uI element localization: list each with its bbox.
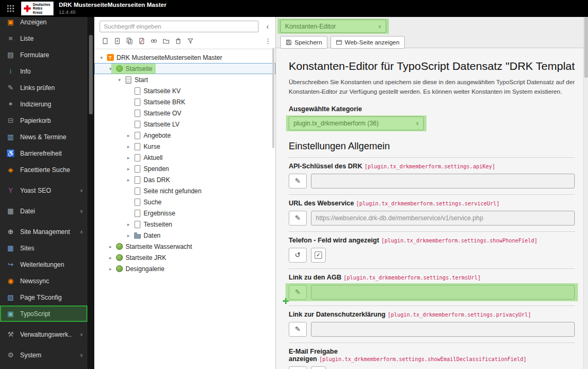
module-item-papierkorb[interactable]: ⊟Papierkorb bbox=[0, 112, 87, 129]
module-item-barrierefreiheit[interactable]: ♿Barrierefreiheit bbox=[0, 145, 87, 161]
module-item-label: Sites bbox=[20, 245, 83, 252]
tree-node-startseite-wasserwacht[interactable]: ▸Startseite Wasserwacht bbox=[94, 241, 275, 252]
module-item-weiterleitungen[interactable]: ↪Weiterleitungen bbox=[0, 256, 87, 273]
url-des-webservice-input[interactable] bbox=[311, 211, 575, 226]
module-menu-toggle-button[interactable] bbox=[0, 0, 21, 17]
shortcut-page-icon[interactable] bbox=[112, 35, 122, 46]
category-select[interactable]: plugin.tx_drkmemberform (36) ∨ bbox=[289, 116, 424, 130]
tree-node-drk-musterseitemusterseiten-master[interactable]: ▾TDRK MusterseiteMusterseiten Master bbox=[94, 52, 275, 63]
module-item-liste[interactable]: ≡Liste bbox=[0, 30, 87, 47]
reset-default-button[interactable]: ↺ bbox=[289, 366, 307, 369]
collapse-icon[interactable]: ▾ bbox=[106, 66, 114, 71]
module-menu-scrollbar[interactable] bbox=[87, 17, 94, 369]
tree-node-startseite-kv[interactable]: Startseite KV bbox=[94, 85, 275, 96]
expand-icon[interactable]: ▸ bbox=[106, 266, 114, 272]
copy-page-icon[interactable] bbox=[124, 35, 135, 46]
module-item-sites[interactable]: ▦Sites bbox=[0, 240, 87, 256]
tree-node-aktuell[interactable]: ▸Aktuell bbox=[94, 152, 275, 163]
module-item-links-prüfen[interactable]: ✎Links prüfen bbox=[0, 79, 87, 96]
module-item-info[interactable]: iInfo bbox=[0, 63, 87, 79]
tree-node-startseite-brk[interactable]: Startseite BRK bbox=[94, 96, 275, 107]
page-content-icon bbox=[123, 76, 133, 84]
module-item-label: Anzeigen bbox=[20, 19, 83, 26]
tree-node-label: Startseite OV bbox=[144, 110, 181, 117]
tree-node-designgalerie[interactable]: ▸Designgalerie bbox=[94, 263, 275, 274]
module-item-facettierte-suche[interactable]: ◈Facettierte Suche bbox=[0, 161, 87, 178]
siteroot-icon bbox=[114, 243, 124, 250]
collapse-icon[interactable]: ▾ bbox=[115, 77, 123, 83]
scrollbar-thumb[interactable] bbox=[584, 17, 588, 78]
new-page-icon[interactable] bbox=[100, 35, 110, 46]
tree-node-angebote[interactable]: ▸Angebote bbox=[94, 130, 275, 141]
collapse-icon[interactable]: ▾ bbox=[97, 55, 105, 60]
pagetree-search-input[interactable] bbox=[100, 21, 259, 32]
expand-icon[interactable]: ▸ bbox=[124, 222, 132, 227]
trash-icon[interactable] bbox=[173, 35, 183, 46]
module-item-datei[interactable]: ▦Datei∨ bbox=[0, 203, 87, 219]
enable-edit-button[interactable]: ✎ bbox=[289, 174, 307, 188]
constant-field-api-schlüssel-des-drk: API-Schlüssel des DRK[plugin.tx_drkmembe… bbox=[289, 157, 575, 194]
view-webpage-button[interactable]: Web-Seite anzeigen bbox=[331, 36, 405, 49]
content-scrollbar[interactable] bbox=[583, 17, 588, 369]
tree-node-label: Das DRK bbox=[144, 176, 170, 184]
pagetree-scrollbar-thumb[interactable] bbox=[272, 48, 274, 148]
scrollbar-thumb[interactable] bbox=[89, 35, 93, 114]
tree-node-suche[interactable]: Suche bbox=[94, 196, 275, 208]
page-icon bbox=[132, 221, 142, 228]
enable-edit-button[interactable]: ✎ bbox=[289, 322, 307, 337]
module-mode-select[interactable]: Konstanten-Editor ∨ bbox=[280, 20, 386, 33]
collapse-pagetree-button[interactable]: ‹ bbox=[262, 21, 273, 32]
expand-icon[interactable]: ▸ bbox=[124, 155, 132, 160]
expand-icon[interactable]: ▸ bbox=[124, 133, 132, 138]
tree-node-daten[interactable]: ▸Daten bbox=[94, 230, 275, 241]
tree-node-start[interactable]: ▾Start bbox=[94, 74, 275, 85]
reset-default-button[interactable]: ↺ bbox=[289, 248, 307, 263]
module-item-typoscript[interactable]: ▣TypoScript bbox=[0, 305, 87, 322]
module-item-formulare[interactable]: ▤Formulare bbox=[0, 47, 87, 63]
drk-logo: Deutsches Rotes Kreuz bbox=[21, 2, 54, 15]
page-icon bbox=[132, 110, 142, 117]
module-item-anzeigen[interactable]: ▣Anzeigen bbox=[0, 17, 87, 30]
field-label: Telefon - Feld wird angezeigt bbox=[289, 237, 379, 244]
save-button[interactable]: Speichern bbox=[280, 36, 327, 49]
tree-node-kurse[interactable]: ▸Kurse bbox=[94, 141, 275, 152]
module-item-verwaltungswerk[interactable]: ⚒Verwaltungswerk..∨ bbox=[0, 326, 87, 343]
expand-icon[interactable]: ▸ bbox=[124, 233, 132, 238]
link-zu-den-agb-input[interactable] bbox=[311, 285, 575, 300]
tree-node-testseiten[interactable]: ▸Testseiten bbox=[94, 219, 275, 230]
tree-node-ergebnisse[interactable]: Ergebnisse bbox=[94, 208, 275, 219]
module-item-newssync[interactable]: ◉Newssync bbox=[0, 273, 87, 289]
siteroot-icon bbox=[114, 65, 124, 72]
tree-node-startseite-lv[interactable]: Startseite LV bbox=[94, 119, 275, 130]
module-item-system[interactable]: ⚙System∨ bbox=[0, 347, 87, 363]
enable-edit-button[interactable]: ✎ bbox=[289, 211, 307, 226]
expand-icon[interactable]: ▸ bbox=[124, 166, 132, 172]
expand-icon[interactable]: ▸ bbox=[106, 244, 114, 249]
module-item-site-management[interactable]: ⊕Site Management∧ bbox=[0, 223, 87, 240]
folder-icon[interactable] bbox=[161, 35, 171, 46]
tree-node-das-drk[interactable]: ▸Das DRK bbox=[94, 174, 275, 185]
tree-node-seite-nicht-gefunden[interactable]: Seite nicht gefunden bbox=[94, 185, 275, 196]
field-label: API-Schlüssel des DRK bbox=[289, 163, 362, 170]
formulare-icon: ▤ bbox=[6, 51, 15, 59]
expand-icon[interactable]: ▸ bbox=[124, 144, 132, 149]
tree-node-startseite-jrk[interactable]: ▸Startseite JRK bbox=[94, 252, 275, 263]
api-schlüssel-des-drk-input[interactable] bbox=[311, 174, 575, 188]
tree-node-startseite-ov[interactable]: Startseite OV bbox=[94, 107, 275, 119]
module-item-page-tsconfig[interactable]: ▧Page TSconfig bbox=[0, 289, 87, 305]
expand-icon[interactable]: ▸ bbox=[124, 177, 132, 183]
module-item-indizierung[interactable]: ✦Indizierung bbox=[0, 96, 87, 112]
link-zur-datenschutzerklärung-input[interactable] bbox=[311, 322, 575, 337]
restricted-page-icon[interactable] bbox=[136, 35, 147, 46]
filter-icon[interactable] bbox=[185, 35, 195, 46]
tree-node-startseite[interactable]: ▾Startseite bbox=[94, 63, 275, 74]
tree-node-spenden[interactable]: ▸Spenden bbox=[94, 163, 275, 174]
module-item-news-termine[interactable]: ▥News & Termine bbox=[0, 129, 87, 145]
pagetree-menu-button[interactable]: ⋮ bbox=[263, 35, 273, 46]
telefon-feld-wird-angezeigt-checkbox[interactable]: ✓ bbox=[311, 248, 326, 263]
link-icon[interactable] bbox=[148, 35, 159, 46]
enable-edit-button[interactable]: ✎ bbox=[289, 285, 307, 300]
e-mail-freigabe-anzeigen-checkbox[interactable] bbox=[311, 366, 326, 369]
expand-icon[interactable]: ▸ bbox=[106, 255, 114, 260]
module-item-yoast-seo[interactable]: YYoast SEO∨ bbox=[0, 182, 87, 199]
